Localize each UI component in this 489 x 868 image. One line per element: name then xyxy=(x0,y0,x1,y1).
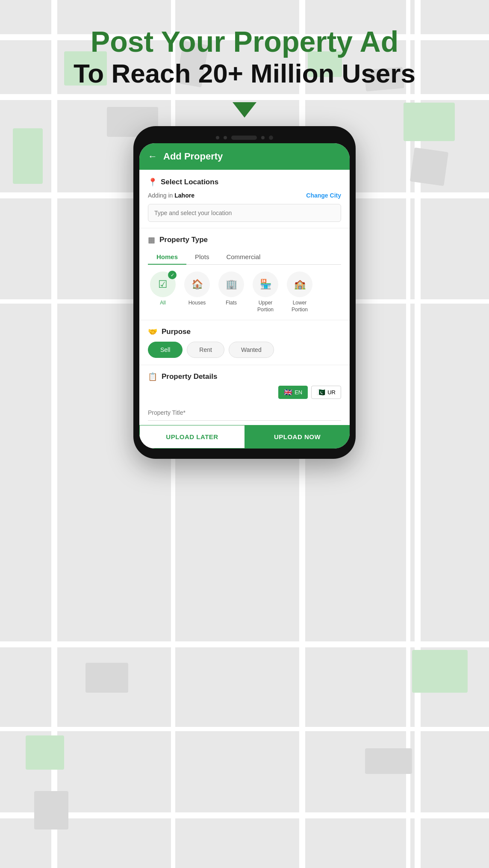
check-badge-all: ✓ xyxy=(168,271,177,279)
property-type-tabs: Homes Plots Commercial xyxy=(148,250,341,265)
sub-type-all[interactable]: ☑ ✓ All xyxy=(148,272,178,313)
purpose-title: Purpose xyxy=(162,328,191,336)
bottom-buttons: UPLOAD LATER UPLOAD NOW xyxy=(139,425,350,449)
main-content: Post Your Property Ad To Reach 20+ Milli… xyxy=(0,0,489,868)
property-type-section: ▦ Property Type Homes Plots Commercial ☑ xyxy=(139,228,350,320)
details-icon: 📋 xyxy=(148,372,157,381)
lang-en-button[interactable]: 🇬🇧 EN xyxy=(278,386,308,399)
phone-dot-left xyxy=(216,136,219,139)
phone-dot-center xyxy=(224,136,227,139)
app-header-title: Add Property xyxy=(163,151,223,162)
city-name: Lahore xyxy=(174,192,194,199)
sub-type-lower-label: LowerPortion xyxy=(292,300,308,313)
app-header: ← Add Property xyxy=(139,143,350,170)
property-details-section: 📋 Property Details 🇬🇧 EN 🇵🇰 UR xyxy=(139,365,350,425)
sub-type-flats[interactable]: 🏢 Flats xyxy=(216,272,246,313)
arrow-down-icon xyxy=(233,102,256,118)
property-type-title: Property Type xyxy=(159,236,208,244)
tab-homes[interactable]: Homes xyxy=(148,250,186,265)
details-title-row: 📋 Property Details xyxy=(148,372,341,381)
sub-type-all-label: All xyxy=(160,300,165,307)
phone-speaker xyxy=(231,136,257,140)
location-header: 📍 Select Locations xyxy=(148,177,341,187)
back-button[interactable]: ← xyxy=(148,151,157,162)
location-pin-icon: 📍 xyxy=(148,177,157,187)
sub-type-all-icon-wrap: ☑ ✓ xyxy=(150,272,176,297)
location-section: 📍 Select Locations Adding in Lahore Chan… xyxy=(139,170,350,228)
upload-now-button[interactable]: UPLOAD NOW xyxy=(245,425,350,449)
sub-type-all-icon: ☑ xyxy=(158,278,168,290)
sub-type-upper-portion[interactable]: 🏪 UpperPortion xyxy=(250,272,280,313)
sub-type-flats-label: Flats xyxy=(226,300,237,307)
headline-line2: To Reach 20+ Million Users xyxy=(74,58,415,89)
purpose-section: 🤝 Purpose Sell Rent Wanted xyxy=(139,320,350,365)
ur-flag-icon: 🇵🇰 xyxy=(317,388,325,396)
sub-type-lower-icon-wrap: 🏫 xyxy=(287,272,312,297)
language-row: 🇬🇧 EN 🇵🇰 UR xyxy=(148,386,341,399)
property-type-title-row: ▦ Property Type xyxy=(148,235,341,245)
property-type-icon: ▦ xyxy=(148,235,155,245)
phone-top-bar xyxy=(139,134,350,142)
purpose-wanted-button[interactable]: Wanted xyxy=(229,342,274,358)
upload-later-button[interactable]: UPLOAD LATER xyxy=(139,425,245,449)
purpose-title-row: 🤝 Purpose xyxy=(148,327,341,337)
tab-plots[interactable]: Plots xyxy=(186,250,218,265)
sub-type-upper-icon-wrap: 🏪 xyxy=(253,272,278,297)
purpose-sell-button[interactable]: Sell xyxy=(148,342,183,358)
lang-ur-button[interactable]: 🇵🇰 UR xyxy=(311,386,341,399)
headline-line1: Post Your Property Ad xyxy=(74,26,415,58)
sub-type-houses-icon: 🏠 xyxy=(191,279,203,290)
sub-type-lower-portion[interactable]: 🏫 LowerPortion xyxy=(285,272,315,313)
phone-dot-right xyxy=(261,136,265,139)
sub-type-flats-icon-wrap: 🏢 xyxy=(218,272,244,297)
sub-type-houses[interactable]: 🏠 Houses xyxy=(182,272,212,313)
sub-type-upper-label: UpperPortion xyxy=(257,300,274,313)
sub-type-houses-icon-wrap: 🏠 xyxy=(184,272,210,297)
purpose-icon: 🤝 xyxy=(148,327,157,337)
purpose-buttons-row: Sell Rent Wanted xyxy=(148,342,341,358)
sub-type-lower-icon: 🏫 xyxy=(294,279,306,290)
phone-camera xyxy=(269,136,273,140)
city-row: Adding in Lahore Change City xyxy=(148,192,341,199)
sub-type-flats-icon: 🏢 xyxy=(226,279,237,290)
location-section-title: Select Locations xyxy=(161,178,218,186)
sub-type-houses-label: Houses xyxy=(189,300,206,307)
location-input[interactable] xyxy=(148,204,341,222)
phone-screen: ← Add Property 📍 Select Locations Adding… xyxy=(139,143,350,449)
change-city-button[interactable]: Change City xyxy=(306,192,341,199)
sub-type-upper-icon: 🏪 xyxy=(260,279,271,290)
phone-mockup: ← Add Property 📍 Select Locations Adding… xyxy=(133,126,356,459)
tab-commercial[interactable]: Commercial xyxy=(218,250,269,265)
headline-container: Post Your Property Ad To Reach 20+ Milli… xyxy=(74,26,415,89)
lang-en-label: EN xyxy=(295,389,302,396)
lang-ur-label: UR xyxy=(327,389,336,396)
property-title-input[interactable] xyxy=(148,405,341,421)
en-flag-icon: 🇬🇧 xyxy=(284,388,292,396)
city-text: Adding in Lahore xyxy=(148,192,194,199)
details-title: Property Details xyxy=(162,372,217,381)
sub-types-row: ☑ ✓ All 🏠 Houses xyxy=(148,272,341,313)
purpose-rent-button[interactable]: Rent xyxy=(187,342,224,358)
